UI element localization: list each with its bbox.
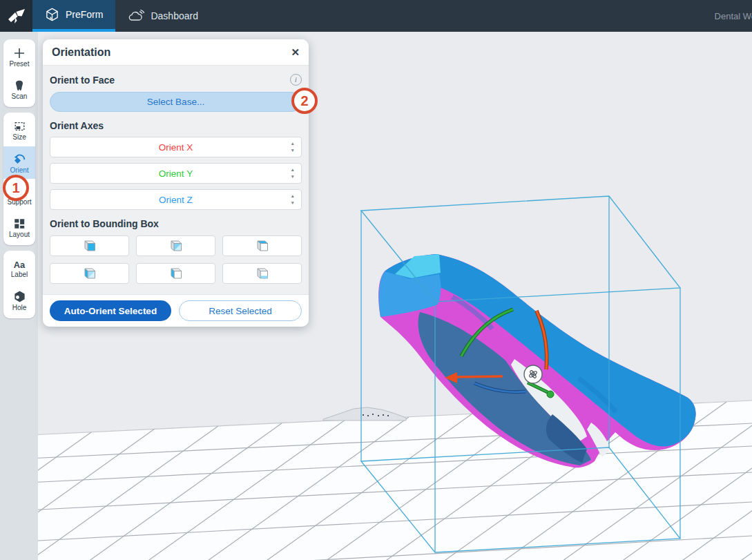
reset-selected-button[interactable]: Reset Selected — [179, 300, 302, 321]
spin-down-icon[interactable]: ▼ — [291, 201, 295, 206]
orientation-panel-body: Orient to Face i Select Base... Orient A… — [43, 66, 309, 294]
formlabs-logo[interactable] — [0, 0, 32, 32]
orientation-panel-header: Orientation ✕ — [43, 39, 309, 66]
label-icon: Aa — [12, 259, 27, 270]
orient-x-spinner: ▲ ▼ — [291, 137, 295, 157]
orient-bounding-box-label: Orient to Bounding Box — [50, 218, 159, 229]
spin-up-icon[interactable]: ▲ — [291, 194, 295, 199]
sidebar-item-label: Size — [12, 134, 26, 141]
cloud-icon — [128, 9, 144, 23]
sidebar-item-scan[interactable]: Scan — [3, 73, 35, 106]
tooth-icon — [13, 79, 26, 92]
bbox-button-top[interactable] — [222, 235, 302, 256]
tab-preform-label: PreForm — [66, 9, 103, 20]
document-title: Dental Wo — [715, 0, 752, 32]
orient-y-label: Orient Y — [159, 168, 193, 179]
sidebar-item-orient[interactable]: Orient — [3, 146, 35, 179]
spin-up-icon[interactable]: ▲ — [291, 168, 295, 173]
sidebar-item-label: Preset — [10, 61, 30, 68]
sidebar-item-label-tool[interactable]: Aa Label — [3, 252, 35, 284]
sidebar-item-hole[interactable]: Hole — [3, 284, 35, 317]
size-selection-icon — [13, 120, 26, 133]
cube-face-top-icon — [255, 239, 270, 253]
sidebar-item-label: Hole — [12, 305, 27, 311]
layout-grid-icon — [13, 218, 26, 230]
cube-icon — [45, 7, 59, 22]
sidebar-item-label: Scan — [12, 93, 28, 100]
orient-z-spinner: ▲ ▼ — [291, 190, 295, 209]
tool-sidebar: Preset Scan Size — [0, 32, 38, 560]
cube-face-left-back-icon — [82, 267, 97, 281]
sidebar-item-label: Layout — [9, 231, 30, 238]
formlabs-butterfly-icon — [7, 8, 26, 25]
orient-to-face-label: Orient to Face — [50, 75, 115, 86]
bbox-button-front[interactable] — [50, 235, 129, 256]
orient-x-label: Orient X — [159, 142, 193, 153]
select-base-button[interactable]: Select Base... — [50, 92, 302, 112]
orient-x-field[interactable]: Orient X ▲ ▼ — [50, 137, 302, 157]
bbox-button-left[interactable] — [136, 263, 215, 284]
orient-y-field[interactable]: Orient Y ▲ ▼ — [50, 163, 302, 184]
panel-title: Orientation — [52, 46, 110, 59]
sidebar-item-layout[interactable]: Layout — [3, 211, 35, 244]
bbox-button-back[interactable] — [136, 235, 215, 256]
orient-z-field[interactable]: Orient Z ▲ ▼ — [50, 189, 302, 210]
orient-axes-label: Orient Axes — [50, 120, 104, 131]
orientation-panel-footer: Auto-Orient Selected Reset Selected — [43, 294, 309, 327]
cube-face-back-icon — [168, 239, 184, 253]
orientation-panel: Orientation ✕ Orient to Face i Select Ba… — [43, 39, 309, 327]
bbox-button-bottom[interactable] — [222, 263, 302, 284]
tab-dashboard[interactable]: Dashboard — [115, 0, 211, 32]
tab-preform[interactable]: PreForm — [32, 0, 115, 32]
auto-orient-selected-button[interactable]: Auto-Orient Selected — [50, 300, 171, 321]
sidebar-item-preset[interactable]: Preset — [3, 41, 35, 73]
sidebar-item-label: Orient — [10, 167, 28, 174]
cube-face-front-icon — [82, 239, 97, 253]
orient-y-spinner: ▲ ▼ — [291, 164, 295, 183]
info-icon[interactable]: i — [290, 74, 302, 86]
sidebar-item-size[interactable]: Size — [3, 114, 35, 146]
bounding-box-buttons — [50, 235, 302, 284]
svg-text:Aa: Aa — [14, 259, 26, 269]
spin-up-icon[interactable]: ▲ — [291, 142, 295, 146]
orbit-center-icon[interactable] — [524, 365, 542, 383]
annotation-step-1: 1 — [3, 175, 29, 201]
orient-z-label: Orient Z — [159, 195, 193, 205]
cube-face-bottom-icon — [255, 267, 270, 281]
spin-down-icon[interactable]: ▼ — [291, 148, 295, 153]
tab-dashboard-label: Dashboard — [151, 10, 198, 21]
cube-face-left-icon — [168, 267, 184, 281]
hole-cube-icon — [13, 290, 26, 303]
annotation-step-2: 2 — [291, 88, 318, 114]
preform-window: PreForm Dashboard Dental Wo Preset — [0, 0, 752, 560]
orient-rotate-icon — [12, 152, 26, 166]
spin-down-icon[interactable]: ▼ — [291, 175, 295, 180]
sidebar-item-label: Label — [11, 271, 28, 278]
top-bar: PreForm Dashboard Dental Wo — [0, 0, 752, 32]
sidebar-group-1: Preset Scan — [3, 39, 35, 107]
plus-icon — [13, 47, 26, 59]
close-icon[interactable]: ✕ — [291, 47, 300, 57]
sidebar-group-3: Aa Label Hole — [3, 251, 35, 318]
bbox-button-left-back[interactable] — [50, 263, 129, 284]
